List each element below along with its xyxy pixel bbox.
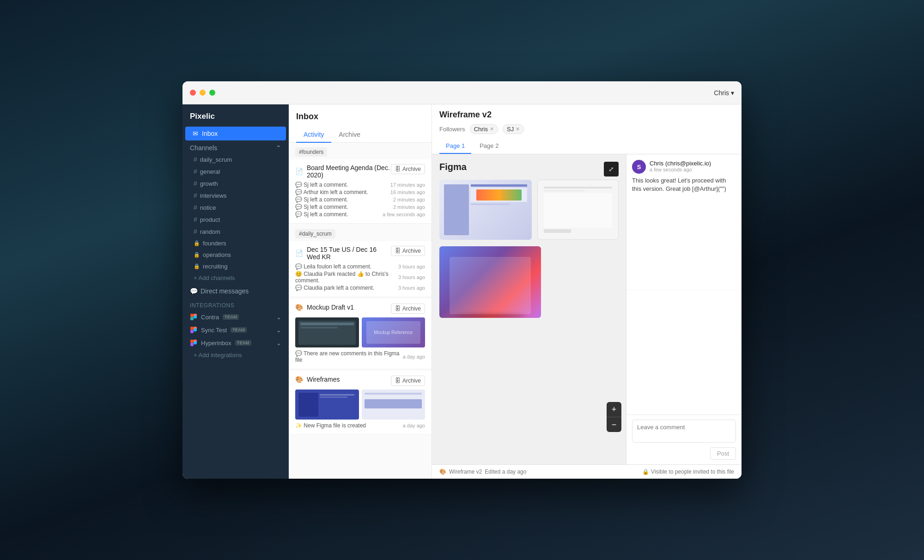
sidebar-item-general[interactable]: # general <box>182 165 289 177</box>
thumbnail-figma: Mockup Reference <box>362 317 426 347</box>
add-channels-label: + Add channels <box>194 274 235 281</box>
inbox-panel: Inbox Activity Archive #founders <box>289 104 432 479</box>
lock-icon: 🔒 <box>194 240 200 246</box>
hash-icon: # <box>194 168 197 175</box>
canvas-image-right <box>537 180 619 240</box>
hash-icon: # <box>194 192 197 199</box>
archive-icon: 🗄 <box>395 166 401 172</box>
sidebar: Pixelic ✉ Inbox Channels ⌃ # daily_scrum… <box>182 104 289 479</box>
zoom-in-button[interactable]: + <box>607 402 621 417</box>
activity-list: 💬 Sj left a comment. 17 minutes ago 💬 Ar… <box>295 182 425 218</box>
doc-content: Figma ⤢ <box>432 154 742 464</box>
sidebar-item-daily-scrum[interactable]: # daily_scrum <box>182 153 289 165</box>
hash-icon: # <box>194 156 197 163</box>
integration-hyperinbox[interactable]: Hyperinbox TEAM ⌄ <box>182 336 289 349</box>
add-integrations-label: + Add integrations <box>194 352 242 359</box>
lock-icon: 🔒 <box>194 263 200 269</box>
avatar: S <box>632 160 646 174</box>
item-title: Dec 15 Tue US / Dec 16 Wed KR <box>307 246 391 261</box>
document-icon: 📄 <box>295 250 303 257</box>
archive-button[interactable]: 🗄 Archive <box>391 164 425 174</box>
post-button[interactable]: Post <box>710 447 736 460</box>
lock-icon: 🔒 <box>194 252 200 258</box>
archive-button[interactable]: 🗄 Archive <box>391 246 425 256</box>
svg-point-3 <box>194 316 197 319</box>
mockup-image <box>439 246 541 318</box>
tag-label: #daily_scrum <box>295 229 335 238</box>
lock-footer-icon: 🔒 <box>642 469 649 475</box>
canvas-image-left <box>439 180 532 240</box>
integration-contra[interactable]: Contra TEAM ⌄ <box>182 310 289 323</box>
sidebar-item-inbox[interactable]: ✉ Inbox <box>185 127 286 140</box>
inbox-tabs: Activity Archive <box>296 127 424 142</box>
comment-input[interactable] <box>632 420 736 443</box>
figma-icon <box>190 313 197 321</box>
sidebar-item-product[interactable]: # product <box>182 213 289 225</box>
app-title: Pixelic <box>182 104 289 127</box>
integration-sync-test[interactable]: Sync Test TEAM ⌄ <box>182 323 289 336</box>
footer-edited: Edited a day ago <box>485 469 526 475</box>
svg-rect-11 <box>190 343 194 346</box>
channels-chevron-icon: ⌃ <box>276 144 281 152</box>
sidebar-item-recruiting[interactable]: 🔒 recruiting <box>182 261 289 272</box>
comment-time: a few seconds ago <box>650 167 736 172</box>
inbox-tag-daily-scrum: #daily_scrum <box>289 225 432 241</box>
hash-icon: # <box>194 204 197 211</box>
sidebar-item-interviews[interactable]: # interviews <box>182 189 289 201</box>
thumbnail-blue <box>295 390 359 420</box>
hash-icon: # <box>194 216 197 223</box>
tab-page2[interactable]: Page 2 <box>473 139 505 154</box>
direct-messages-section[interactable]: 💬 Direct messages <box>182 284 289 297</box>
doc-panel: Wireframe v2 Followers Chris ✕ SJ ✕ Page… <box>432 104 742 479</box>
user-name: Chris <box>714 89 729 97</box>
item-title: Wireframes <box>307 376 391 383</box>
traffic-lights <box>190 90 215 96</box>
comment-item: S Chris (chris@pixelic.io) a few seconds… <box>626 154 742 290</box>
activity-list: 💬 Leila foulon left a comment. 3 hours a… <box>295 263 425 291</box>
remove-follower-icon[interactable]: ✕ <box>516 126 520 132</box>
inbox-icon: ✉ <box>193 130 198 137</box>
tab-archive[interactable]: Archive <box>331 127 368 143</box>
item-title: Board Meeting Agenda (Dec. 2020) <box>307 164 391 179</box>
tag-label: #founders <box>295 147 327 157</box>
canvas-mockup-area <box>439 246 619 318</box>
canvas-images <box>439 180 619 240</box>
sidebar-item-growth[interactable]: # growth <box>182 177 289 189</box>
tab-page1[interactable]: Page 1 <box>439 139 471 154</box>
doc-canvas: Figma ⤢ <box>432 154 626 464</box>
close-button[interactable] <box>190 90 196 96</box>
doc-header: Wireframe v2 Followers Chris ✕ SJ ✕ Page… <box>432 104 742 154</box>
archive-button[interactable]: 🗄 Archive <box>391 376 425 386</box>
svg-point-8 <box>194 329 197 332</box>
sidebar-item-founders[interactable]: 🔒 founders <box>182 237 289 249</box>
hash-icon: # <box>194 228 197 235</box>
inbox-title: Inbox <box>296 112 424 122</box>
maximize-button[interactable] <box>209 90 215 96</box>
inbox-label: Inbox <box>202 130 218 137</box>
archive-button[interactable]: 🗄 Archive <box>391 304 425 314</box>
sidebar-item-operations[interactable]: 🔒 operations <box>182 249 289 261</box>
sidebar-item-random[interactable]: # random <box>182 225 289 237</box>
expand-button[interactable]: ⤢ <box>604 162 619 177</box>
svg-rect-9 <box>190 340 194 343</box>
comments-panel: S Chris (chris@pixelic.io) a few seconds… <box>626 154 742 464</box>
follower-chris: Chris ✕ <box>470 124 498 134</box>
zoom-out-button[interactable]: − <box>607 417 621 432</box>
chat-icon: 💬 <box>190 287 198 295</box>
figma-icon <box>190 339 197 347</box>
minimize-button[interactable] <box>200 90 206 96</box>
thumbnail-row <box>295 390 425 420</box>
hash-icon: # <box>194 180 197 187</box>
user-menu[interactable]: Chris ▾ <box>714 89 734 97</box>
sidebar-item-notice[interactable]: # notice <box>182 201 289 213</box>
tab-activity[interactable]: Activity <box>296 127 331 143</box>
add-integrations-button[interactable]: + Add integrations <box>182 349 289 361</box>
channels-section[interactable]: Channels ⌃ <box>182 140 289 153</box>
comment-text: This looks great! Let's proceed with thi… <box>632 177 736 193</box>
document-icon: 📄 <box>295 168 303 175</box>
inbox-tag-founders: #founders <box>289 143 432 159</box>
channels-label: Channels <box>190 144 217 152</box>
remove-follower-icon[interactable]: ✕ <box>490 126 494 132</box>
add-channels-button[interactable]: + Add channels <box>182 272 289 284</box>
inbox-list: #founders 📄 Board Meeting Agenda (Dec. 2… <box>289 143 432 479</box>
